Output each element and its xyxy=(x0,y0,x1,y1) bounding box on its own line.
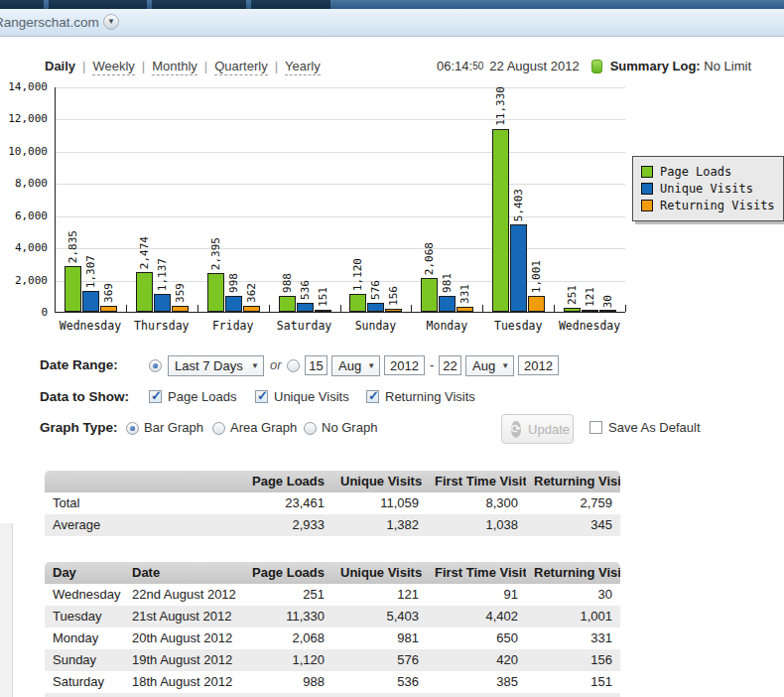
nav-tab[interactable] xyxy=(152,0,246,9)
table-cell: Average xyxy=(45,514,238,536)
nav-tab[interactable] xyxy=(49,0,147,9)
bar-page-loads xyxy=(65,266,81,312)
unique-visits-checkbox[interactable] xyxy=(255,390,268,403)
chart-legend: Page LoadsUnique VisitsReturning Visits xyxy=(632,156,784,221)
table-cell: 4,402 xyxy=(427,606,526,627)
page-loads-checkbox-label: Page Loads xyxy=(168,389,236,404)
chevron-down-icon: ▼ xyxy=(107,17,115,26)
x-axis-label: Wednesday xyxy=(554,319,625,333)
no-graph-radio[interactable] xyxy=(304,422,317,435)
returning-visits-checkbox-label: Returning Visits xyxy=(385,389,475,404)
from-year-input[interactable] xyxy=(384,355,425,375)
period-tab-monthly[interactable]: Monthly xyxy=(152,59,197,75)
chevron-down-icon: ▼ xyxy=(251,361,259,370)
legend-label: Page Loads xyxy=(660,165,731,179)
y-axis-label: 2,000 xyxy=(0,274,48,287)
period-tab-weekly[interactable]: Weekly xyxy=(92,59,134,75)
table-cell: 385 xyxy=(427,671,526,693)
graph-type-label: Graph Type: xyxy=(40,420,118,435)
column-header: First Time Visits xyxy=(427,471,526,492)
returning-visits-checkbox[interactable] xyxy=(366,390,379,403)
area-graph-radio[interactable] xyxy=(212,422,225,435)
x-axis-label: Monday xyxy=(411,319,482,333)
table-cell: 5,403 xyxy=(332,606,427,627)
to-year-input[interactable] xyxy=(518,355,559,375)
bar-unique-visits xyxy=(439,296,456,312)
legend-label: Unique Visits xyxy=(660,182,753,196)
update-button[interactable]: ⟳ Update xyxy=(501,414,574,444)
bar-value-label: 576 xyxy=(369,280,382,300)
y-axis-label: 8,000 xyxy=(0,177,48,190)
left-panel-edge xyxy=(0,523,13,697)
gridline xyxy=(56,216,625,217)
bar-page-loads xyxy=(564,308,581,312)
legend-item: Page Loads xyxy=(641,165,775,179)
site-dropdown-button[interactable]: ▼ xyxy=(103,14,119,30)
bar-returning-visits xyxy=(457,307,473,312)
table-cell: 2,759 xyxy=(526,492,620,514)
x-axis-label: Friday xyxy=(197,319,269,333)
bar-chart: 2,8351,3073692,4741,1373592,395998362988… xyxy=(55,87,625,313)
table-cell: 2,933 xyxy=(238,514,332,536)
bar-returning-visits xyxy=(385,309,402,312)
bar-value-label: 988 xyxy=(281,273,294,293)
bar-returning-visits xyxy=(599,310,616,312)
x-axis-tick xyxy=(269,305,270,312)
bar-value-label: 1,307 xyxy=(84,255,97,288)
bar-value-label: 536 xyxy=(299,280,312,300)
table-cell: Wednesday xyxy=(45,584,124,606)
table-row: Total23,46111,0598,3002,759 xyxy=(45,492,620,514)
summary-log-label: Summary Log: xyxy=(610,59,701,73)
date-preset-select[interactable]: Last 7 Days ▼ xyxy=(168,355,264,376)
bar-unique-visits xyxy=(225,296,242,312)
date-range-preset-radio[interactable] xyxy=(149,359,162,372)
from-month-select[interactable]: Aug ▼ xyxy=(331,355,380,376)
table-cell: Tuesday xyxy=(45,606,124,627)
table-cell: 650 xyxy=(427,627,526,649)
to-month-select[interactable]: Aug ▼ xyxy=(465,355,514,376)
bar-value-label: 981 xyxy=(441,273,454,293)
legend-swatch-icon xyxy=(641,183,653,195)
bar-returning-visits xyxy=(100,306,117,312)
column-header: Returning Visits xyxy=(526,562,620,584)
period-tab-daily[interactable]: Daily xyxy=(45,59,75,73)
table-cell: 251 xyxy=(238,584,332,606)
date-range-label: Date Range: xyxy=(40,357,118,372)
column-header: Returning Visits xyxy=(526,471,620,492)
period-tab-yearly[interactable]: Yearly xyxy=(285,59,321,75)
bar-value-label: 331 xyxy=(458,284,471,304)
x-axis-label: Wednesday xyxy=(55,319,126,333)
bar-value-label: 156 xyxy=(387,286,400,306)
site-header-bar: Rangerschat.com ▼ xyxy=(0,9,784,37)
separator: | xyxy=(204,59,207,73)
table-cell: Sunday xyxy=(45,649,124,671)
daily-table: DayDatePage LoadsUnique VisitsFirst Time… xyxy=(45,562,620,693)
column-header: Unique Visits xyxy=(332,562,427,584)
period-tab-quarterly[interactable]: Quarterly xyxy=(214,59,267,75)
nav-tab[interactable] xyxy=(0,0,44,9)
chevron-down-icon: ▼ xyxy=(501,361,509,370)
to-day-input[interactable] xyxy=(439,355,461,375)
to-month-value: Aug xyxy=(472,358,495,373)
bar-value-label: 1,001 xyxy=(530,260,543,293)
table-cell: 1,120 xyxy=(238,649,332,671)
date-range-custom-radio[interactable] xyxy=(287,359,300,372)
y-axis-label: 14,000 xyxy=(0,80,48,93)
summary-log-value: No Limit xyxy=(704,59,751,73)
x-axis-label: Tuesday xyxy=(482,319,554,333)
x-axis-tick xyxy=(197,305,198,312)
bar-unique-visits xyxy=(297,303,314,312)
nav-tab[interactable] xyxy=(251,0,330,9)
table-cell: 536 xyxy=(332,671,427,693)
from-month-value: Aug xyxy=(338,358,361,373)
from-day-input[interactable] xyxy=(305,355,327,375)
table-cell: 91 xyxy=(427,584,526,606)
column-header: Date xyxy=(124,562,238,584)
table-cell: 151 xyxy=(526,671,620,693)
save-as-default-checkbox[interactable] xyxy=(589,421,602,434)
page-loads-checkbox[interactable] xyxy=(149,390,162,403)
table-cell: 30 xyxy=(526,584,620,606)
table-cell: Total xyxy=(45,492,238,514)
table-cell: 121 xyxy=(332,584,427,606)
bar-graph-radio[interactable] xyxy=(126,422,139,435)
